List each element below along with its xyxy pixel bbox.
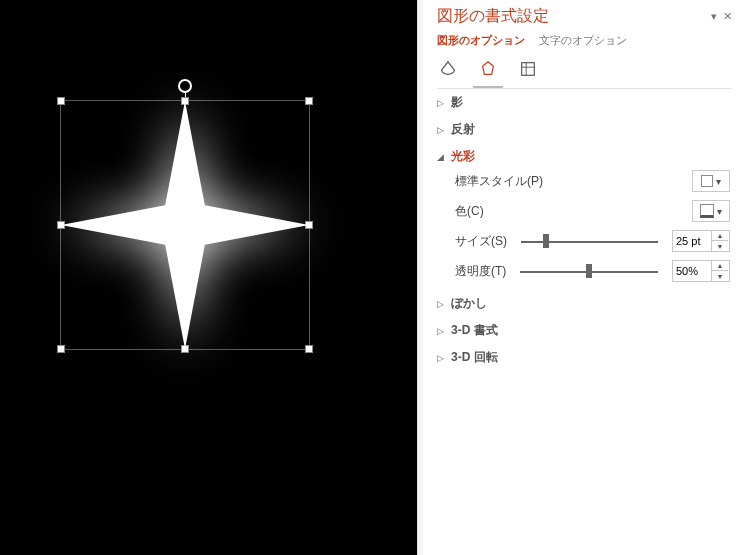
svg-rect-2: [522, 63, 535, 76]
section-shadow[interactable]: ▷ 影: [437, 89, 732, 116]
shape-4point-star[interactable]: [61, 101, 309, 349]
panel-options-button[interactable]: ▾: [711, 10, 717, 23]
svg-marker-1: [483, 62, 494, 75]
slide-canvas[interactable]: [0, 0, 417, 555]
chevron-right-icon: ▷: [437, 98, 445, 108]
section-glow[interactable]: ◢ 光彩: [437, 143, 732, 170]
glow-transparency-label: 透明度(T): [455, 263, 506, 280]
glow-transparency-slider[interactable]: [520, 264, 658, 278]
tab-text-options[interactable]: 文字のオプション: [539, 33, 627, 48]
section-soft-edges[interactable]: ▷ ぼかし: [437, 290, 732, 317]
format-shape-panel: 図形の書式設定 ▾ ✕ 図形のオプション 文字のオプション ▷ 影 ▷ 反射 ◢…: [423, 0, 740, 555]
close-icon[interactable]: ✕: [723, 10, 732, 23]
glow-preset-dropdown[interactable]: ▾: [692, 170, 730, 192]
panel-title: 図形の書式設定: [437, 6, 549, 27]
spin-down-icon[interactable]: ▼: [712, 241, 728, 251]
size-properties-icon[interactable]: [517, 58, 539, 80]
glow-size-slider[interactable]: [521, 234, 658, 248]
chevron-down-icon: ◢: [437, 152, 445, 162]
paint-bucket-icon: [700, 204, 714, 218]
glow-color-dropdown[interactable]: ▾: [692, 200, 730, 222]
svg-marker-0: [61, 101, 309, 349]
spin-up-icon[interactable]: ▲: [712, 261, 728, 271]
chevron-right-icon: ▷: [437, 299, 445, 309]
glow-transparency-field[interactable]: [673, 265, 711, 277]
glow-size-label: サイズ(S): [455, 233, 507, 250]
section-reflection[interactable]: ▷ 反射: [437, 116, 732, 143]
fill-line-icon[interactable]: [437, 58, 459, 80]
chevron-right-icon: ▷: [437, 326, 445, 336]
section-3d-rotation[interactable]: ▷ 3-D 回転: [437, 344, 732, 371]
glow-controls: 標準スタイル(P) ▾ 色(C) ▾ サイズ(S) ▲▼ 透明度(T) ▲▼: [437, 170, 732, 282]
selection-box[interactable]: [60, 100, 310, 350]
glow-transparency-input[interactable]: ▲▼: [672, 260, 730, 282]
spin-up-icon[interactable]: ▲: [712, 231, 728, 241]
glow-size-field[interactable]: [673, 235, 711, 247]
effects-icon[interactable]: [477, 58, 499, 80]
rotate-handle[interactable]: [178, 79, 192, 93]
section-3d-format[interactable]: ▷ 3-D 書式: [437, 317, 732, 344]
glow-size-input[interactable]: ▲▼: [672, 230, 730, 252]
chevron-right-icon: ▷: [437, 125, 445, 135]
glow-preset-label: 標準スタイル(P): [455, 173, 543, 190]
chevron-right-icon: ▷: [437, 353, 445, 363]
tab-shape-options[interactable]: 図形のオプション: [437, 33, 525, 48]
spin-down-icon[interactable]: ▼: [712, 271, 728, 281]
glow-color-label: 色(C): [455, 203, 484, 220]
